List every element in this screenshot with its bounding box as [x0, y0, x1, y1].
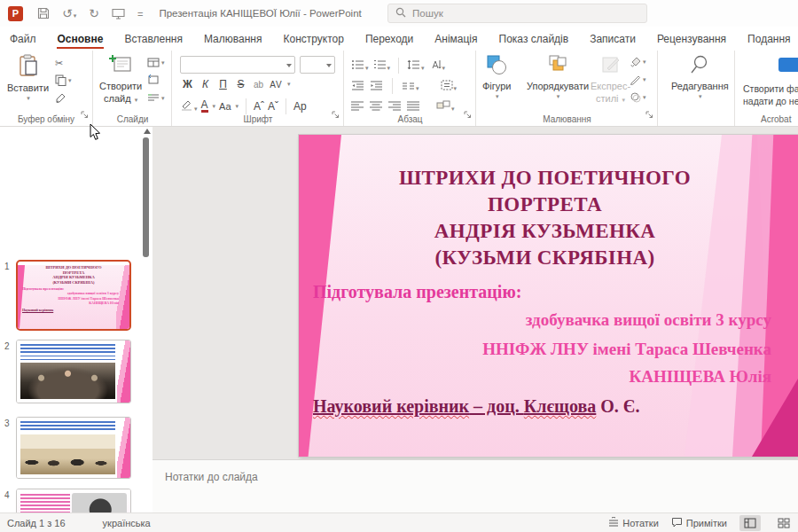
line-spacing-button[interactable]: ▾	[407, 58, 425, 74]
slide-prepared-by[interactable]: Підготувала презентацію:	[313, 282, 521, 302]
font-color-button[interactable]: А	[201, 100, 208, 113]
tab-animations[interactable]: Анімація	[434, 28, 478, 50]
search-input[interactable]: Пошук	[387, 4, 647, 23]
decrease-indent-button[interactable]	[351, 78, 364, 94]
tab-home[interactable]: Основне	[57, 28, 105, 50]
smartart-button[interactable]: ▾	[436, 98, 455, 114]
powerpoint-window: P ↺▾ ↻ = Презентація КАНІЩЕВОЇ Юлії - Po…	[0, 0, 798, 532]
arrange-button[interactable]: Упорядкувати ▾	[527, 54, 589, 100]
shapes-icon	[486, 54, 507, 79]
redo-button[interactable]: ↻	[89, 6, 99, 20]
notes-pane[interactable]: Нотатки до слайда	[153, 459, 798, 512]
acrobat-blue-button[interactable]	[778, 58, 798, 72]
italic-button[interactable]: К	[198, 78, 213, 90]
bold-button[interactable]: Ж	[180, 78, 195, 90]
align-left-button[interactable]	[351, 98, 364, 114]
text-shadow-button[interactable]: ab	[251, 80, 266, 90]
font-size-combo[interactable]	[300, 56, 335, 74]
slide-number-2: 2	[4, 341, 10, 351]
cut-button[interactable]: ✂	[55, 56, 72, 70]
new-slide-button[interactable]: Створити слайд ▾	[99, 54, 142, 106]
numbering-button[interactable]: ▾	[373, 58, 391, 74]
slide-editor[interactable]: ШТРИХИ ДО ПОЕТИЧНОГО ПОРТРЕТА АНДРІЯ КУЗ…	[299, 135, 798, 457]
character-spacing-button[interactable]: AV	[269, 80, 284, 90]
slide-author-line2[interactable]: ННІФЖ ЛНУ імені Тараса Шевченка	[482, 340, 771, 359]
acrobat-group-label: Acrobat	[761, 114, 798, 124]
tab-transitions[interactable]: Переходи	[364, 28, 414, 50]
notes-toggle-button[interactable]: Нотатки	[608, 517, 659, 528]
underline-button[interactable]: П	[215, 78, 231, 90]
thumb2-text-lines	[20, 344, 115, 360]
text-direction-button[interactable]: ▾	[429, 58, 446, 74]
align-right-button[interactable]	[388, 98, 401, 114]
tab-view[interactable]: Подання	[747, 28, 791, 50]
slide-author-line3[interactable]: КАНІЩЕВА Юлія	[629, 367, 771, 387]
slide-layout-button[interactable]: ▾	[147, 56, 165, 70]
undo-button[interactable]: ↺▾	[62, 6, 76, 20]
save-icon[interactable]	[37, 7, 50, 20]
slideshow-icon[interactable]	[112, 8, 125, 20]
align-text-button[interactable]: ▾	[441, 78, 458, 94]
bullets-button[interactable]: ▾	[351, 58, 369, 74]
clear-formatting-button[interactable]: Ap	[293, 100, 307, 113]
shape-fill-button[interactable]: ▾	[630, 55, 646, 69]
document-title: Презентація КАНІЩЕВОЇ Юлії - PowerPoint	[159, 8, 361, 19]
clipboard-group-label: Буфер обміну	[0, 114, 92, 124]
quick-styles-icon	[600, 54, 622, 79]
columns-button[interactable]: ▾	[402, 78, 419, 94]
paste-button[interactable]: Вставити ▾	[7, 54, 49, 102]
text-highlight-button[interactable]: ▾	[180, 98, 198, 114]
slide-thumbnail-2[interactable]	[16, 340, 131, 403]
acrobat-action-line2[interactable]: надати до несп	[743, 95, 798, 107]
smartart-icon	[436, 98, 450, 113]
tab-insert[interactable]: Вставлення	[123, 28, 184, 50]
slide-sorter-view-button[interactable]	[773, 515, 794, 531]
customize-qat-icon[interactable]: =	[137, 6, 143, 20]
slide-thumbnail-1[interactable]: ШТРИХИ ДО ПОЕТИЧНОГОПОРТРЕТА АНДРІЯ КУЗЬ…	[16, 260, 131, 331]
copy-button[interactable]: ▾	[55, 74, 72, 88]
tab-slideshow[interactable]: Показ слайдів	[498, 28, 570, 50]
justify-button[interactable]	[407, 98, 419, 114]
scrollbar-thumb[interactable]	[143, 137, 149, 257]
strikethrough-button[interactable]: S	[233, 78, 248, 90]
slide-number-1: 1	[4, 262, 10, 271]
numbering-icon	[373, 58, 387, 73]
section-button[interactable]: ▾	[147, 91, 165, 106]
grow-font-button[interactable]: Aˆ	[254, 100, 264, 113]
reset-icon	[147, 74, 160, 87]
quick-styles-button: Експрес- стилі ▾	[591, 54, 630, 106]
slide-author-line1[interactable]: здобувачка вищої освіти 3 курсу	[526, 310, 771, 330]
slide-indicator: Слайд 1 з 16	[7, 518, 66, 528]
thumbnail-scrollbar[interactable]	[142, 127, 153, 512]
reset-slide-button[interactable]	[147, 74, 165, 88]
editing-button[interactable]: Редагування ▾	[671, 54, 729, 100]
thumb3-photo	[20, 434, 115, 474]
shapes-button[interactable]: Фігури ▾	[482, 54, 511, 100]
comment-bubble-icon	[671, 517, 683, 529]
normal-view-button[interactable]	[739, 515, 761, 531]
ribbon: Вставити ▾ ✂ ▾ Буфер обміну Створити сла…	[0, 51, 798, 127]
increase-indent-button[interactable]	[370, 78, 383, 94]
comments-button[interactable]: Примітки	[671, 517, 727, 529]
tab-draw[interactable]: Малювання	[203, 28, 262, 50]
change-case-button[interactable]: Aa	[219, 101, 231, 112]
font-name-combo[interactable]	[180, 56, 295, 74]
tab-record[interactable]: Записати	[589, 28, 637, 50]
shape-effects-button[interactable]: ▾	[630, 90, 646, 105]
effects-icon	[630, 91, 641, 105]
tab-review[interactable]: Рецензування	[656, 28, 727, 50]
slide-title[interactable]: ШТРИХИ ДО ПОЕТИЧНОГО ПОРТРЕТА АНДРІЯ КУЗ…	[334, 165, 755, 271]
slide-number-4: 4	[4, 490, 10, 500]
section-icon	[147, 93, 160, 105]
slide-thumbnail-3[interactable]	[16, 417, 131, 479]
shape-outline-button[interactable]: ▾	[630, 73, 646, 87]
align-center-button[interactable]	[370, 98, 382, 114]
acrobat-action-line1[interactable]: Створити фа	[743, 82, 798, 95]
language-indicator[interactable]: українська	[103, 518, 151, 528]
format-painter-button[interactable]	[55, 91, 72, 106]
shrink-font-button[interactable]: Aˇ	[268, 100, 278, 113]
scrollbar-up-arrow[interactable]	[144, 129, 151, 134]
tab-file[interactable]: Файл	[9, 28, 37, 50]
tab-design[interactable]: Конструктор	[282, 28, 344, 50]
slide-supervisor-line[interactable]: Науковий керівник – доц. Клєщова О. Є.	[313, 396, 639, 417]
